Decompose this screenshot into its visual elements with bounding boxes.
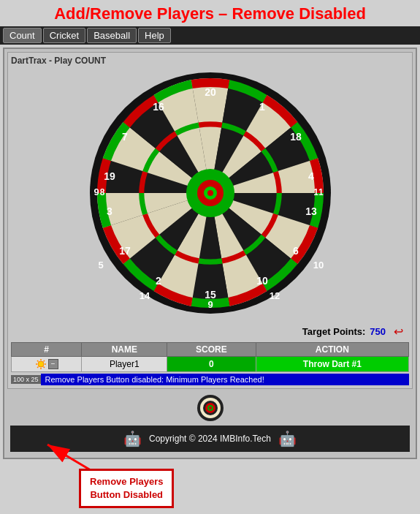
svg-text:2: 2	[156, 275, 161, 287]
main-area: DartTrax - Play COUNT	[3, 48, 417, 459]
svg-point-29	[38, 361, 44, 367]
svg-text:9: 9	[93, 186, 99, 197]
menu-help[interactable]: Help	[138, 28, 171, 43]
left-robot-icon: 🤖	[123, 430, 142, 447]
svg-text:13: 13	[305, 205, 317, 217]
svg-text:9: 9	[207, 299, 213, 310]
svg-line-34	[37, 360, 39, 362]
footer: 🤖 Copyright © 2024 IMBInfo.Tech 🤖	[10, 426, 410, 452]
menu-bar: Count Cricket Baseball Help	[0, 26, 420, 45]
remove-player-button[interactable]: −	[48, 359, 58, 369]
svg-text:7: 7	[122, 131, 128, 143]
players-table: # NAME SCORE ACTION	[11, 342, 409, 372]
menu-count[interactable]: Count	[3, 28, 42, 43]
menu-baseball[interactable]: Baseball	[87, 28, 137, 43]
target-label: Target Points:	[302, 326, 365, 337]
svg-text:10: 10	[256, 275, 268, 287]
player-action: Throw Dart #1	[256, 357, 408, 372]
player-icons: −	[15, 358, 78, 370]
svg-text:10: 10	[313, 260, 323, 271]
page-title: Add/Remove Players – Remove Disabled	[0, 0, 420, 26]
col-action: ACTION	[256, 343, 408, 357]
players-tbody: − Player1 0 Throw Dart #1	[12, 357, 409, 372]
table-row: − Player1 0 Throw Dart #1	[12, 357, 409, 372]
player-count-badge: 100 x 25	[11, 375, 41, 384]
col-name: NAME	[82, 343, 167, 357]
table-header-row: # NAME SCORE ACTION	[12, 343, 409, 357]
disable-message: Remove Players Button disabled: Minimum …	[41, 374, 409, 385]
dartboard-container: // This won't execute in SVG, so we'll h…	[11, 69, 409, 317]
sun-icon	[35, 358, 47, 370]
svg-text:18: 18	[290, 131, 302, 143]
svg-text:11: 11	[313, 187, 324, 197]
dartboard-icon-row	[7, 393, 413, 423]
col-score: SCORE	[167, 343, 256, 357]
svg-text:19: 19	[104, 170, 115, 182]
svg-text:8: 8	[99, 187, 104, 197]
svg-text:17: 17	[119, 245, 131, 257]
board-panel: DartTrax - Play COUNT	[7, 52, 413, 389]
svg-text:12: 12	[269, 290, 279, 301]
player-icons-cell: −	[12, 357, 82, 372]
svg-point-43	[209, 407, 212, 409]
disabled-button-annotation: Remove PlayersButton Disabled	[79, 469, 174, 508]
svg-text:20: 20	[205, 86, 216, 98]
svg-line-35	[43, 367, 45, 369]
player-score: 0	[167, 357, 256, 372]
svg-text:3: 3	[107, 205, 112, 217]
player-name: Player1	[82, 357, 167, 372]
dartboard-svg: // This won't execute in SVG, so we'll h…	[86, 69, 335, 317]
undo-button[interactable]: ↩	[390, 323, 406, 339]
disabled-label: Remove PlayersButton Disabled	[90, 476, 163, 500]
svg-text:1: 1	[259, 101, 265, 113]
svg-line-36	[43, 360, 45, 362]
info-row: 100 x 25 Remove Players Button disabled:…	[11, 374, 409, 385]
footer-copyright: Copyright © 2024 IMBInfo.Tech	[149, 434, 271, 444]
svg-text:4: 4	[308, 170, 314, 182]
svg-text:6: 6	[293, 245, 299, 257]
small-dartboard-icon	[196, 393, 225, 423]
score-area: Target Points: 750 ↩	[11, 322, 409, 341]
svg-text:16: 16	[153, 101, 164, 113]
svg-point-6	[207, 190, 213, 196]
board-title: DartTrax - Play COUNT	[11, 56, 409, 66]
target-value: 750	[370, 326, 386, 337]
right-robot-icon: 🤖	[278, 430, 297, 447]
col-number: #	[12, 343, 82, 357]
svg-text:5: 5	[98, 260, 103, 271]
svg-line-37	[37, 367, 39, 369]
svg-text:14: 14	[139, 290, 150, 301]
menu-cricket[interactable]: Cricket	[43, 28, 85, 43]
svg-text:15: 15	[205, 289, 216, 301]
